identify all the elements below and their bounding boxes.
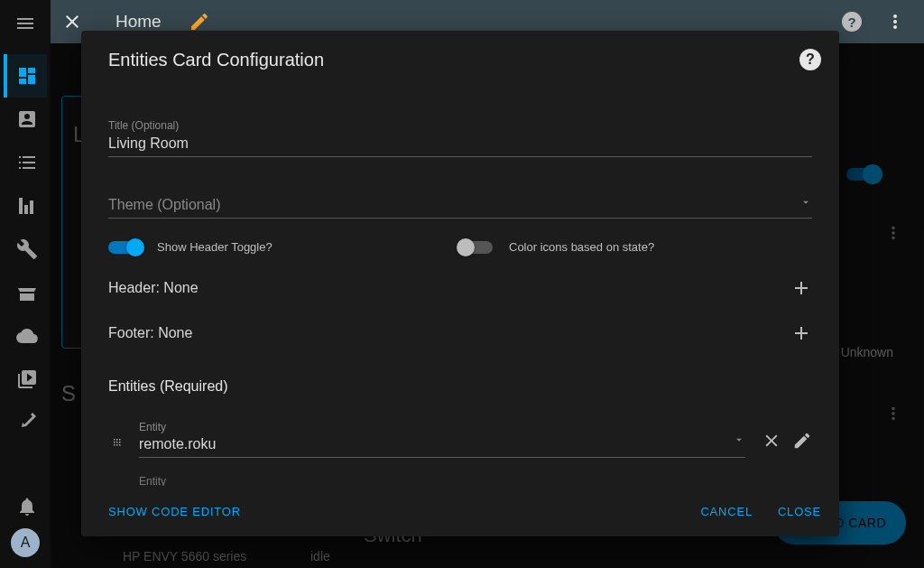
header-row-label: Header: None xyxy=(108,280,199,296)
theme-field-label: Theme (Optional) xyxy=(108,193,812,218)
entity-field-next-label: Entity xyxy=(139,475,166,486)
sidebar-item-cloud[interactable] xyxy=(4,314,47,358)
show-code-editor-button[interactable]: SHOW CODE EDITOR xyxy=(108,505,241,518)
header-toggle-switch[interactable] xyxy=(108,241,141,254)
theme-field[interactable]: Theme (Optional) xyxy=(108,193,812,219)
header-toggle-label: Show Header Toggle? xyxy=(157,240,273,254)
sidebar: A xyxy=(0,0,51,568)
entity-row: Entity remote.roku xyxy=(108,418,812,458)
modal-title: Entities Card Configuration xyxy=(108,50,799,70)
title-field[interactable]: Title (Optional) Living Room xyxy=(108,119,812,157)
title-field-label: Title (Optional) xyxy=(108,119,812,132)
entity-field[interactable]: Entity remote.roku xyxy=(139,418,745,458)
modal-help-button[interactable]: ? xyxy=(799,49,821,70)
modal-body: Title (Optional) Living Room Theme (Opti… xyxy=(81,88,839,486)
tab-home[interactable]: Home xyxy=(94,12,183,32)
footer-row: Footer: None xyxy=(108,322,812,344)
entity-field-label: Entity xyxy=(139,421,166,433)
entity-remove-button[interactable] xyxy=(762,431,781,454)
sidebar-item-notifications[interactable] xyxy=(4,485,47,528)
sidebar-item-settings[interactable] xyxy=(4,401,47,444)
color-toggle-label: Color icons based on state? xyxy=(509,240,654,254)
entity-dropdown-icon xyxy=(733,433,745,450)
help-icon: ? xyxy=(842,12,862,32)
sidebar-item-media[interactable] xyxy=(4,358,47,401)
sidebar-item-devtools[interactable] xyxy=(4,228,47,271)
close-button[interactable]: CLOSE xyxy=(778,505,821,518)
cancel-button[interactable]: CANCEL xyxy=(700,505,753,518)
entities-section-title: Entities (Required) xyxy=(108,378,812,395)
drag-handle-icon[interactable] xyxy=(108,436,130,452)
color-toggle-group: Color icons based on state? xyxy=(460,240,812,254)
entity-field-next[interactable]: Entity xyxy=(139,472,812,486)
theme-dropdown-icon xyxy=(799,196,812,212)
entity-edit-button[interactable] xyxy=(792,431,812,454)
header-toggle-group: Show Header Toggle? xyxy=(108,240,460,254)
entity-row-next: Entity xyxy=(108,472,812,486)
sidebar-item-overview[interactable] xyxy=(4,54,47,98)
footer-add-button[interactable] xyxy=(790,322,812,344)
modal: Entities Card Configuration ? Title (Opt… xyxy=(81,31,839,536)
entity-field-value: remote.roku xyxy=(139,434,745,457)
appbar-more-button[interactable] xyxy=(873,0,917,43)
sidebar-item-hacs[interactable] xyxy=(4,271,47,314)
title-field-value: Living Room xyxy=(108,132,812,156)
color-toggle-switch[interactable] xyxy=(460,241,493,254)
avatar-initial: A xyxy=(21,535,31,551)
sidebar-item-people[interactable] xyxy=(4,98,47,141)
header-row: Header: None xyxy=(108,277,812,299)
toggles-row: Show Header Toggle? Color icons based on… xyxy=(108,240,812,254)
header-add-button[interactable] xyxy=(790,277,812,299)
modal-footer: SHOW CODE EDITOR CANCEL CLOSE xyxy=(81,486,839,536)
sidebar-item-history[interactable] xyxy=(4,184,47,228)
sidebar-item-logbook[interactable] xyxy=(4,141,47,184)
modal-header: Entities Card Configuration ? xyxy=(81,31,839,88)
avatar[interactable]: A xyxy=(11,528,40,557)
footer-row-label: Footer: None xyxy=(108,325,192,341)
menu-button[interactable] xyxy=(14,13,36,34)
